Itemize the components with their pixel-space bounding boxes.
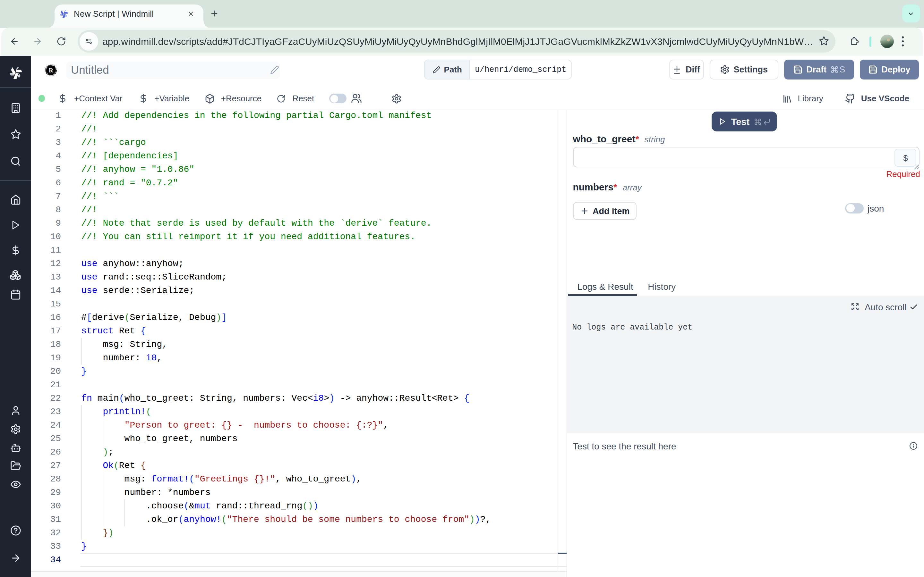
svg-text:R: R <box>48 67 53 74</box>
